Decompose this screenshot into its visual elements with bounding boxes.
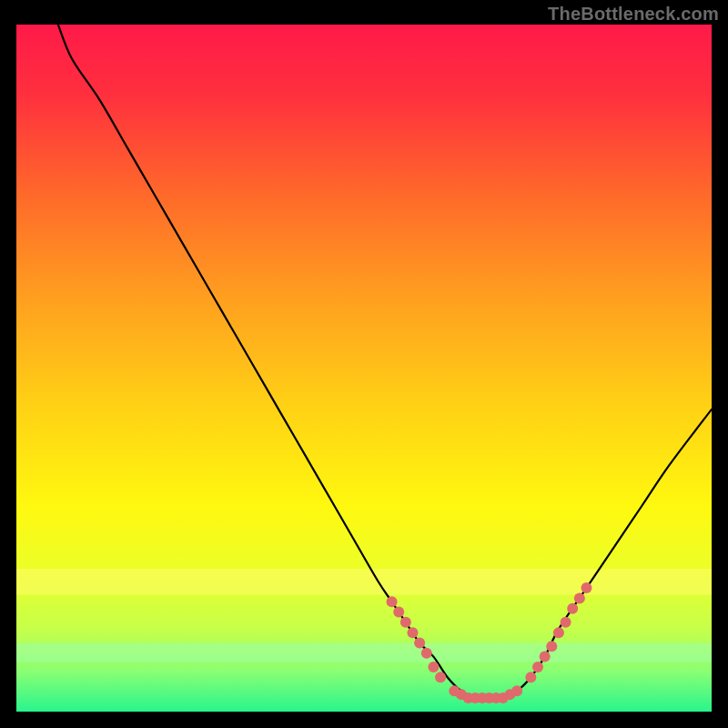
- highlight-dot: [525, 672, 536, 682]
- highlight-dot: [421, 648, 432, 659]
- highlight-dot: [553, 627, 564, 638]
- highlight-dot: [414, 638, 425, 649]
- plot-svg: [16, 25, 712, 712]
- plot-area: [16, 25, 712, 712]
- watermark-text: TheBottleneck.com: [548, 4, 719, 25]
- highlight-dot: [574, 592, 585, 603]
- highlight-dot: [428, 662, 439, 672]
- highlight-dot: [400, 617, 411, 628]
- highlight-dot: [511, 685, 522, 696]
- highlight-dot: [581, 582, 592, 593]
- highlight-dot: [546, 641, 557, 652]
- accent-band: [16, 643, 712, 662]
- gradient-background: [16, 25, 712, 712]
- highlight-dot: [387, 596, 398, 607]
- highlight-dot: [540, 652, 551, 662]
- highlight-dot: [561, 617, 571, 628]
- highlight-dot: [567, 603, 578, 614]
- highlight-dot: [435, 672, 446, 682]
- highlight-dot: [532, 662, 543, 672]
- highlight-dot: [393, 607, 404, 618]
- accent-band: [16, 569, 712, 595]
- chart-frame: TheBottleneck.com: [0, 0, 728, 728]
- highlight-dot: [407, 627, 418, 638]
